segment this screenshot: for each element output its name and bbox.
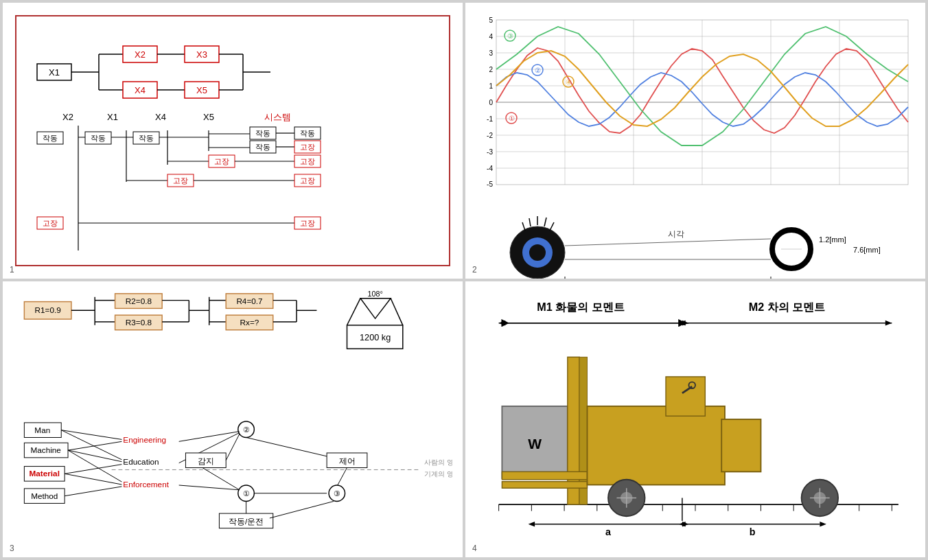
svg-text:작동: 작동 bbox=[139, 134, 154, 142]
svg-text:④: ④ bbox=[566, 78, 572, 86]
svg-text:-3: -3 bbox=[487, 148, 493, 156]
svg-line-183 bbox=[179, 485, 240, 490]
svg-text:108°: 108° bbox=[368, 290, 383, 298]
svg-text:R2=0.8: R2=0.8 bbox=[126, 296, 152, 305]
svg-line-182 bbox=[246, 437, 327, 456]
slide1-number: 1 bbox=[10, 265, 14, 275]
svg-text:0: 0 bbox=[489, 99, 493, 106]
svg-text:Rx=?: Rx=? bbox=[240, 318, 259, 327]
slide2-chart: 5 4 3 2 1 0 -1 -2 -3 -4 -5 ③ ② ④ bbox=[476, 10, 915, 202]
svg-text:b: b bbox=[750, 526, 756, 537]
svg-rect-224 bbox=[588, 406, 725, 485]
svg-text:4: 4 bbox=[489, 33, 493, 40]
svg-text:작동: 작동 bbox=[255, 143, 270, 151]
svg-text:X5: X5 bbox=[203, 112, 214, 122]
svg-line-192 bbox=[338, 468, 347, 485]
svg-text:Material: Material bbox=[30, 469, 60, 478]
slide-2: 5 4 3 2 1 0 -1 -2 -3 -4 -5 ③ ② ④ bbox=[465, 3, 925, 279]
svg-line-147 bbox=[347, 299, 361, 325]
svg-text:X1: X1 bbox=[107, 112, 118, 122]
svg-marker-243 bbox=[679, 522, 686, 527]
svg-line-104 bbox=[529, 218, 531, 226]
svg-line-161 bbox=[68, 441, 121, 450]
slide3-content: R1=0.9 R2=0.8 R3=0.8 R4=0.7 bbox=[3, 281, 463, 557]
slide4-number: 4 bbox=[472, 544, 477, 553]
svg-line-148 bbox=[391, 299, 403, 325]
svg-rect-222 bbox=[502, 471, 587, 479]
svg-text:2: 2 bbox=[489, 66, 493, 73]
svg-line-163 bbox=[68, 450, 121, 482]
svg-text:Method: Method bbox=[31, 491, 58, 500]
svg-text:①: ① bbox=[509, 115, 515, 122]
svg-line-181 bbox=[226, 434, 240, 460]
svg-text:감지: 감지 bbox=[198, 456, 214, 465]
svg-text:X5: X5 bbox=[196, 85, 207, 95]
svg-text:사람의 영역: 사람의 영역 bbox=[424, 458, 452, 466]
svg-marker-244 bbox=[820, 522, 826, 527]
svg-text:Enforcement: Enforcement bbox=[123, 480, 169, 489]
slide3-diagram: R1=0.9 R2=0.8 R3=0.8 R4=0.7 bbox=[13, 288, 452, 550]
svg-text:제어: 제어 bbox=[339, 456, 356, 465]
svg-text:고장: 고장 bbox=[300, 176, 315, 185]
svg-rect-225 bbox=[666, 377, 705, 416]
slide-4: M1 화물의 모멘트 M2 차의 모멘트 bbox=[465, 281, 925, 557]
svg-text:②: ② bbox=[243, 425, 250, 434]
svg-text:X1: X1 bbox=[49, 67, 60, 78]
svg-text:R3=0.8: R3=0.8 bbox=[126, 318, 152, 327]
svg-text:X4: X4 bbox=[155, 112, 166, 122]
slide2-eye-diagram: 시각 4[m] 1.2[mm] 7.6[mm] bbox=[476, 205, 915, 279]
svg-text:1.2[mm]: 1.2[mm] bbox=[819, 235, 846, 244]
svg-marker-239 bbox=[529, 522, 535, 527]
slide1-diagram: X1 X2 X3 X4 X5 bbox=[23, 23, 442, 258]
svg-text:시각: 시각 bbox=[668, 229, 684, 239]
svg-text:고장: 고장 bbox=[300, 219, 315, 227]
svg-text:고장: 고장 bbox=[173, 176, 188, 185]
svg-text:7.6[mm]: 7.6[mm] bbox=[853, 246, 881, 254]
svg-text:-2: -2 bbox=[487, 132, 493, 139]
svg-text:X2: X2 bbox=[135, 49, 146, 60]
slide1-border: X1 X2 X3 X4 X5 bbox=[15, 15, 450, 266]
svg-text:M2 차의 모멘트: M2 차의 모멘트 bbox=[749, 301, 826, 314]
svg-text:작동: 작동 bbox=[255, 129, 270, 137]
svg-text:Man: Man bbox=[34, 425, 50, 434]
svg-text:M1 화물의 모멘트: M1 화물의 모멘트 bbox=[537, 301, 625, 314]
slide4-diagram: M1 화물의 모멘트 M2 차의 모멘트 bbox=[479, 288, 912, 550]
svg-text:X3: X3 bbox=[196, 49, 207, 60]
svg-line-193 bbox=[270, 501, 334, 517]
svg-line-165 bbox=[65, 474, 121, 485]
svg-line-107 bbox=[522, 222, 525, 231]
svg-line-194 bbox=[202, 468, 240, 490]
svg-text:5: 5 bbox=[489, 16, 493, 24]
svg-text:X2: X2 bbox=[62, 112, 73, 122]
svg-marker-145 bbox=[360, 299, 391, 318]
svg-rect-223 bbox=[502, 482, 587, 489]
svg-text:R1=0.9: R1=0.9 bbox=[35, 305, 61, 314]
svg-text:③: ③ bbox=[334, 489, 340, 498]
svg-text:Education: Education bbox=[123, 457, 159, 466]
svg-text:작동: 작동 bbox=[300, 129, 315, 137]
slide4-content: M1 화물의 모멘트 M2 차의 모멘트 bbox=[465, 281, 925, 557]
slide3-number: 3 bbox=[10, 544, 14, 553]
svg-line-166 bbox=[65, 487, 121, 496]
svg-text:1: 1 bbox=[489, 82, 493, 90]
svg-text:③: ③ bbox=[507, 32, 513, 40]
svg-text:W: W bbox=[528, 436, 542, 452]
slide2-number: 2 bbox=[472, 265, 477, 275]
svg-text:a: a bbox=[605, 526, 612, 537]
slide2-content: 5 4 3 2 1 0 -1 -2 -3 -4 -5 ③ ② ④ bbox=[465, 3, 925, 279]
svg-text:3: 3 bbox=[489, 49, 493, 57]
svg-text:1200 kg: 1200 kg bbox=[360, 332, 391, 342]
svg-text:시스템: 시스템 bbox=[264, 112, 291, 122]
svg-text:고장: 고장 bbox=[214, 157, 229, 165]
svg-line-109 bbox=[565, 239, 771, 246]
svg-text:작동/운전: 작동/운전 bbox=[229, 517, 264, 526]
svg-text:X4: X4 bbox=[135, 85, 146, 95]
svg-text:Engineering: Engineering bbox=[123, 435, 166, 444]
svg-line-175 bbox=[179, 432, 240, 442]
svg-text:고장: 고장 bbox=[300, 143, 315, 151]
svg-text:①: ① bbox=[243, 489, 250, 498]
slide-3: R1=0.9 R2=0.8 R3=0.8 R4=0.7 bbox=[3, 281, 463, 557]
svg-line-108 bbox=[550, 222, 554, 231]
svg-rect-228 bbox=[721, 419, 761, 471]
svg-text:작동: 작동 bbox=[91, 134, 106, 142]
